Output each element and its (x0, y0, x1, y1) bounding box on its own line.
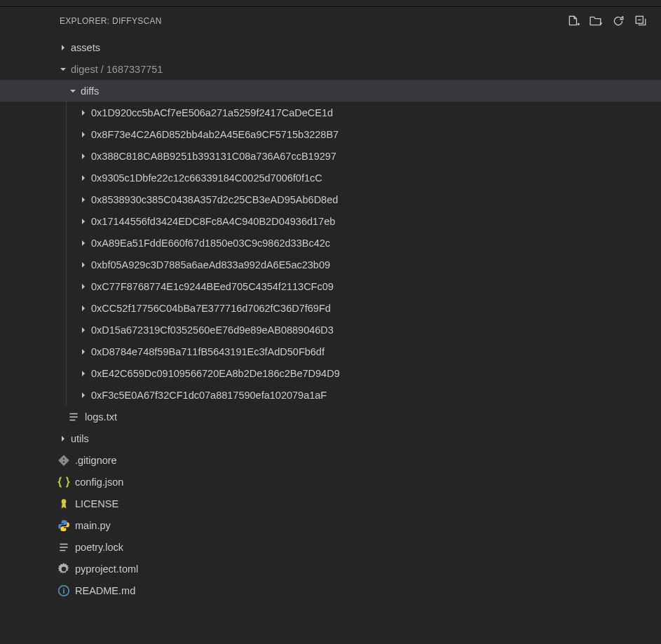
file-label: config.json (75, 477, 123, 488)
folder-diffs[interactable]: diffs (0, 80, 661, 102)
chevron-right-icon (78, 368, 89, 379)
chevron-right-icon (78, 194, 89, 205)
folder-label: 0x9305c1Dbfe22c12c66339184C0025d7006f0f1… (91, 172, 322, 184)
folder-label: 1687337751 (107, 64, 163, 75)
new-file-icon[interactable] (567, 15, 580, 27)
folder-diff-item[interactable]: 0xD15a672319Cf0352560eE76d9e89eAB0889046… (67, 319, 661, 341)
chevron-right-icon (78, 346, 89, 357)
folder-diff-item[interactable]: 0x388C818CA8B9251b393131C08a736A67ccB192… (67, 145, 661, 167)
folder-label: 0x1D920cc5bACf7eE506a271a5259f2417CaDeCE… (91, 107, 333, 118)
folder-label: 0xA89Ea51FddE660f67d1850e03C9c9862d33Bc4… (91, 238, 330, 249)
folder-label: digest (71, 64, 98, 75)
chevron-right-icon (57, 433, 69, 444)
file-label: poetry.lock (75, 542, 123, 553)
folder-diff-item[interactable]: 0x8538930c385C0438A357d2c25CB3eAD95Ab6D8… (67, 189, 661, 210)
chevron-down-icon (67, 85, 79, 97)
path-separator: / (98, 64, 107, 75)
file-readme[interactable]: README.md (0, 580, 661, 601)
chevron-right-icon (78, 259, 89, 270)
file-label: pyproject.toml (75, 563, 138, 575)
folder-label: 0xF3c5E0A67f32CF1dc07a8817590efa102079a1… (91, 390, 327, 401)
folder-diff-item[interactable]: 0x17144556fd3424EDC8Fc8A4C940B2D04936d17… (67, 210, 661, 232)
chevron-right-icon (78, 151, 89, 162)
folder-diff-item[interactable]: 0xC77F8768774E1c9244BEed705C4354f2113CFc… (67, 275, 661, 297)
file-label: logs.txt (85, 411, 117, 423)
folder-diff-item[interactable]: 0x1D920cc5bACf7eE506a271a5259f2417CaDeCE… (67, 102, 661, 123)
folder-diff-item[interactable]: 0x9305c1Dbfe22c12c66339184C0025d7006f0f1… (67, 167, 661, 189)
chevron-down-icon (57, 64, 69, 75)
file-main-py[interactable]: main.py (0, 514, 661, 536)
file-pyproject-toml[interactable]: pyproject.toml (0, 558, 661, 580)
chevron-right-icon (78, 172, 89, 184)
file-logs[interactable]: logs.txt (0, 406, 661, 427)
chevron-right-icon (78, 281, 89, 292)
gear-icon (57, 563, 70, 575)
folder-label: 0xC77F8768774E1c9244BEed705C4354f2113CFc… (91, 281, 334, 292)
chevron-right-icon (78, 303, 89, 314)
folder-digest[interactable]: digest / 1687337751 (0, 58, 661, 80)
chevron-right-icon (57, 42, 69, 53)
folder-label: 0x8538930c385C0438A357d2c25CB3eAD95Ab6D8… (91, 194, 338, 205)
file-poetry-lock[interactable]: poetry.lock (0, 536, 661, 558)
indent-guide: 0x1D920cc5bACf7eE506a271a5259f2417CaDeCE… (66, 102, 661, 406)
folder-label: 0xD15a672319Cf0352560eE76d9e89eAB0889046… (91, 324, 334, 336)
explorer-header: EXPLORER: DIFFYSCAN (0, 7, 661, 35)
header-actions (567, 15, 653, 27)
file-label: README.md (75, 585, 135, 596)
file-tree: assets digest / 1687337751 diffs 0x1D920… (0, 35, 661, 601)
folder-diff-item[interactable]: 0xCC52f17756C04bBa7E377716d7062fC36D7f69… (67, 297, 661, 319)
folder-diff-item[interactable]: 0x8F73e4C2A6D852bb4ab2A45E6a9CF5715b3228… (67, 123, 661, 145)
folder-diff-item[interactable]: 0xD8784e748f59Ba711fB5643191Ec3fAdD50Fb6… (67, 341, 661, 362)
file-label: .gitignore (75, 455, 117, 466)
folder-label: diffs (81, 85, 99, 97)
file-gitignore[interactable]: .gitignore (0, 449, 661, 471)
file-label: main.py (75, 520, 111, 531)
folder-label: utils (71, 433, 89, 444)
text-file-icon (67, 411, 80, 423)
new-folder-icon[interactable] (590, 15, 602, 27)
explorer-panel: EXPLORER: DIFFYSCAN assets (0, 7, 661, 644)
folder-label: 0xbf05A929c3D7885a6aeAd833a992dA6E5ac23b… (91, 259, 330, 270)
file-license[interactable]: LICENSE (0, 493, 661, 514)
folder-label: 0x17144556fd3424EDC8Fc8A4C940B2D04936d17… (91, 216, 335, 227)
folder-label: 0xE42C659Dc09109566720EA8b2De186c2Be7D94… (91, 368, 340, 379)
refresh-icon[interactable] (612, 15, 625, 27)
title-bar (0, 0, 661, 7)
chevron-right-icon (78, 129, 89, 140)
json-icon (57, 476, 70, 488)
git-icon (57, 454, 70, 467)
chevron-right-icon (78, 216, 89, 227)
folder-diff-item[interactable]: 0xF3c5E0A67f32CF1dc07a8817590efa102079a1… (67, 384, 661, 406)
file-config-json[interactable]: config.json (0, 471, 661, 493)
file-label: LICENSE (75, 498, 118, 509)
chevron-right-icon (78, 107, 89, 118)
folder-label: 0x8F73e4C2A6D852bb4ab2A45E6a9CF5715b3228… (91, 129, 339, 140)
collapse-all-icon[interactable] (634, 15, 647, 27)
folder-label: 0xCC52f17756C04bBa7E377716d7062fC36D7f69… (91, 303, 331, 314)
info-icon (57, 584, 70, 597)
chevron-right-icon (78, 390, 89, 401)
folder-label: 0x388C818CA8B9251b393131C08a736A67ccB192… (91, 151, 336, 162)
folder-diff-item[interactable]: 0xA89Ea51FddE660f67d1850e03C9c9862d33Bc4… (67, 232, 661, 254)
folder-diff-item[interactable]: 0xbf05A929c3D7885a6aeAd833a992dA6E5ac23b… (67, 254, 661, 275)
folder-assets[interactable]: assets (0, 36, 661, 58)
explorer-title: EXPLORER: DIFFYSCAN (60, 16, 567, 26)
python-icon (57, 519, 70, 532)
folder-label: 0xD8784e748f59Ba711fB5643191Ec3fAdD50Fb6… (91, 346, 325, 357)
license-icon (57, 498, 70, 510)
folder-utils[interactable]: utils (0, 427, 661, 449)
chevron-right-icon (78, 324, 89, 336)
text-file-icon (57, 541, 70, 554)
chevron-right-icon (78, 238, 89, 249)
folder-diff-item[interactable]: 0xE42C659Dc09109566720EA8b2De186c2Be7D94… (67, 362, 661, 384)
folder-label: assets (71, 42, 100, 53)
